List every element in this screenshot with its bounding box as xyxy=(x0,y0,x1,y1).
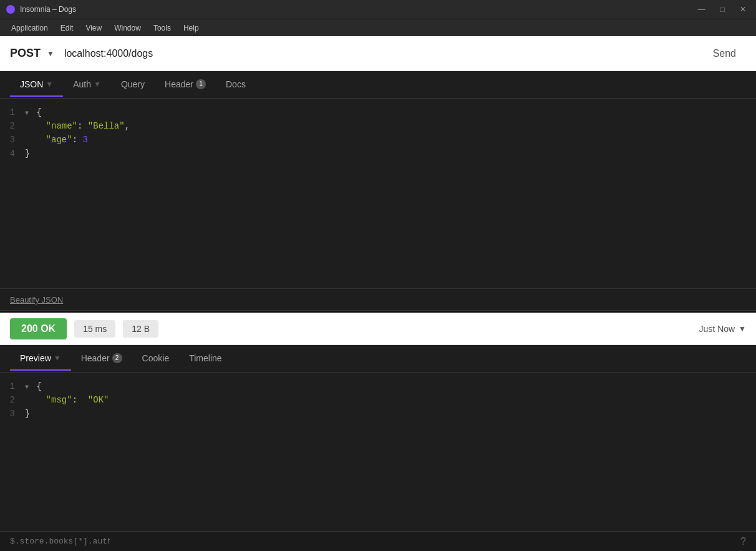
bottom-bar: ? xyxy=(0,531,756,551)
send-button[interactable]: Send xyxy=(703,43,746,64)
response-line-2: 2 "msg": "OK" xyxy=(0,394,756,407)
tab-response-header[interactable]: Header 2 xyxy=(71,347,132,371)
line-number-2: 2 xyxy=(0,121,25,131)
maximize-button[interactable]: □ xyxy=(717,4,729,15)
menu-application[interactable]: Application xyxy=(5,21,54,35)
collapse-arrow-icon: ▼ xyxy=(25,110,29,117)
tab-auth[interactable]: Auth ▼ xyxy=(63,73,111,97)
line-content-3: "age": 3 xyxy=(25,135,88,145)
code-line-1: 1 ▼ { xyxy=(0,106,756,120)
title-bar-controls: — □ ✕ xyxy=(694,4,750,15)
response-line-number-1: 1 xyxy=(0,381,25,391)
tab-query-label: Query xyxy=(121,79,145,89)
status-right: Just Now ▼ xyxy=(699,324,746,334)
title-bar-title: Insomnia – Dogs xyxy=(20,5,76,14)
tab-preview[interactable]: Preview ▼ xyxy=(10,347,71,371)
menu-edit[interactable]: Edit xyxy=(54,21,80,35)
insomnia-icon xyxy=(6,5,15,14)
line-content-1: ▼ { xyxy=(25,107,42,117)
code-line-2: 2 "name": "Bella", xyxy=(0,120,756,134)
response-content-1: ▼ { xyxy=(25,381,42,391)
method-label: POST xyxy=(10,47,41,60)
method-arrow-icon: ▼ xyxy=(47,49,54,58)
tab-docs[interactable]: Docs xyxy=(216,73,256,97)
response-line-number-3: 3 xyxy=(0,409,25,419)
tab-json[interactable]: JSON ▼ xyxy=(10,73,63,97)
help-icon[interactable]: ? xyxy=(740,536,746,547)
tab-query[interactable]: Query xyxy=(111,73,155,97)
code-line-3: 3 "age": 3 xyxy=(0,134,756,147)
menu-bar: Application Edit View Window Tools Help xyxy=(0,19,756,36)
timestamp-label: Just Now xyxy=(699,324,735,334)
menu-help[interactable]: Help xyxy=(177,21,205,35)
tab-cookie[interactable]: Cookie xyxy=(132,347,180,371)
request-code-area[interactable]: 1 ▼ { 2 "name": "Bella", 3 "age": 3 xyxy=(0,99,756,288)
header-badge: 1 xyxy=(196,79,206,89)
response-line-number-2: 2 xyxy=(0,395,25,405)
tab-json-label: JSON xyxy=(20,79,43,89)
response-header-badge: 2 xyxy=(112,353,122,363)
response-line-3: 3 } xyxy=(0,407,756,421)
response-time-badge: 15 ms xyxy=(74,320,115,338)
beautify-bar: Beautify JSON xyxy=(0,288,756,311)
tab-response-header-label: Header xyxy=(81,353,110,363)
request-bar: POST ▼ Send xyxy=(0,36,756,71)
status-code-badge: 200 OK xyxy=(10,318,67,339)
request-tab-bar: JSON ▼ Auth ▼ Query Header 1 Docs xyxy=(0,71,756,99)
tab-auth-label: Auth xyxy=(73,79,91,89)
tab-timeline-label: Timeline xyxy=(189,353,221,363)
tab-cookie-label: Cookie xyxy=(142,353,170,363)
filter-input[interactable] xyxy=(10,537,110,546)
auth-dropdown-arrow: ▼ xyxy=(94,80,101,89)
code-line-4: 4 } xyxy=(0,147,756,161)
title-bar-left: Insomnia – Dogs xyxy=(6,5,76,14)
line-content-4: } xyxy=(25,149,30,158)
response-code-area[interactable]: 1 ▼ { 2 "msg": "OK" 3 } xyxy=(0,373,756,531)
beautify-link[interactable]: Beautify JSON xyxy=(10,295,63,305)
line-content-2: "name": "Bella", xyxy=(25,121,130,131)
line-number-3: 3 xyxy=(0,135,25,145)
menu-window[interactable]: Window xyxy=(108,21,147,35)
tab-header[interactable]: Header 1 xyxy=(155,73,216,97)
status-bar: 200 OK 15 ms 12 B Just Now ▼ xyxy=(0,313,756,345)
line-number-1: 1 xyxy=(0,107,25,117)
menu-view[interactable]: View xyxy=(79,21,108,35)
request-section: JSON ▼ Auth ▼ Query Header 1 Docs 1 xyxy=(0,71,756,311)
line-number-4: 4 xyxy=(0,149,25,158)
close-button[interactable]: ✕ xyxy=(736,4,750,15)
preview-dropdown-arrow: ▼ xyxy=(54,354,61,363)
tab-docs-label: Docs xyxy=(226,79,246,89)
title-bar: Insomnia – Dogs — □ ✕ xyxy=(0,0,756,19)
timestamp-dropdown-arrow: ▼ xyxy=(739,324,746,333)
minimize-button[interactable]: — xyxy=(694,4,709,15)
menu-tools[interactable]: Tools xyxy=(147,21,177,35)
tab-preview-label: Preview xyxy=(20,353,51,363)
json-dropdown-arrow: ▼ xyxy=(46,80,53,89)
response-collapse-arrow-icon: ▼ xyxy=(25,384,29,391)
response-content-3: } xyxy=(25,409,30,419)
tab-header-label: Header xyxy=(165,79,193,89)
url-input[interactable] xyxy=(64,48,703,59)
main-content: JSON ▼ Auth ▼ Query Header 1 Docs 1 xyxy=(0,71,756,531)
response-line-1: 1 ▼ { xyxy=(0,380,756,394)
response-size-badge: 12 B xyxy=(123,320,158,338)
method-dropdown[interactable]: POST ▼ xyxy=(10,47,54,60)
response-content-2: "msg": "OK" xyxy=(25,395,109,405)
tab-timeline[interactable]: Timeline xyxy=(179,347,231,371)
response-section: 200 OK 15 ms 12 B Just Now ▼ Preview ▼ H… xyxy=(0,311,756,531)
response-tab-bar: Preview ▼ Header 2 Cookie Timeline xyxy=(0,345,756,373)
